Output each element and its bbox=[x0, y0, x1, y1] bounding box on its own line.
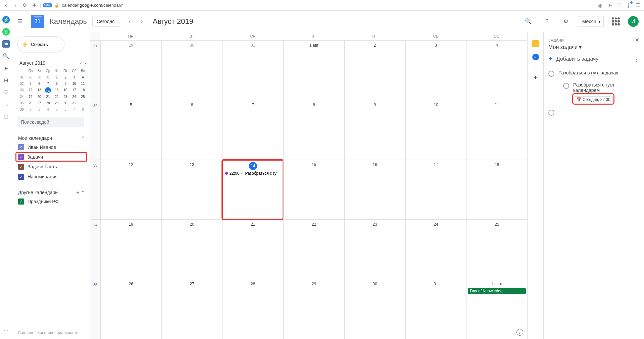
extensions-icon[interactable]: ⊞ bbox=[31, 2, 38, 9]
day-cell[interactable]: 16 bbox=[344, 160, 405, 219]
mini-day[interactable]: 1 bbox=[79, 100, 87, 106]
day-number[interactable]: 11 bbox=[495, 103, 499, 107]
mini-day[interactable]: 6 bbox=[61, 106, 70, 113]
tasks-icon[interactable]: ✓ bbox=[532, 54, 539, 60]
day-cell[interactable]: 21 bbox=[222, 220, 283, 279]
today-button[interactable]: Сегодня bbox=[92, 16, 119, 27]
mini-day[interactable]: 8 bbox=[52, 80, 61, 87]
mini-day[interactable]: 16 bbox=[61, 87, 70, 94]
mini-day[interactable]: 15 bbox=[52, 87, 61, 94]
reload-button[interactable]: ⟳ bbox=[21, 2, 28, 9]
mini-day[interactable]: 2 bbox=[61, 74, 70, 80]
plane-icon[interactable]: ➤ bbox=[2, 64, 10, 72]
mini-day[interactable]: 14 bbox=[45, 87, 51, 93]
day-number[interactable]: 5 bbox=[130, 103, 132, 107]
day-cell[interactable]: 19 bbox=[100, 220, 161, 279]
day-cell[interactable]: 29 bbox=[283, 279, 344, 339]
calendar-item[interactable]: ✓Иван Иванов bbox=[17, 142, 87, 152]
day-cell[interactable]: 4 bbox=[466, 41, 527, 100]
mini-prev-button[interactable]: ‹ bbox=[80, 60, 82, 66]
bookmark-icon[interactable]: ▭ bbox=[2, 101, 10, 108]
send-icon[interactable]: ➤ bbox=[606, 2, 613, 9]
day-cell[interactable]: 23 bbox=[344, 220, 405, 279]
mini-day[interactable]: 23 bbox=[61, 94, 70, 100]
menu-icon[interactable]: ☰ bbox=[635, 2, 641, 9]
day-cell[interactable]: 10 bbox=[405, 100, 466, 160]
day-cell[interactable]: 1 авг bbox=[283, 41, 344, 100]
day-number[interactable]: 31 bbox=[251, 43, 255, 48]
task-date-chip[interactable]: 📅Сегодня, 22:00 bbox=[574, 96, 613, 103]
day-cell[interactable]: 15 bbox=[283, 160, 344, 219]
mini-day[interactable]: 7 bbox=[44, 80, 52, 87]
footer-links[interactable]: Условия – Конфиденциальность bbox=[17, 330, 87, 335]
mini-day[interactable]: 2 bbox=[26, 106, 35, 113]
day-cell[interactable]: 13 bbox=[161, 160, 222, 219]
heart-icon[interactable]: ♡ bbox=[616, 2, 623, 9]
help-icon[interactable]: ? bbox=[540, 15, 554, 28]
my-calendars-toggle[interactable]: Мои календари ⌃ bbox=[17, 134, 87, 142]
mini-day[interactable]: 8 bbox=[79, 106, 87, 113]
mini-day[interactable]: 25 bbox=[79, 94, 87, 100]
day-number[interactable]: 16 bbox=[373, 162, 377, 167]
day-cell[interactable]: 29 bbox=[100, 41, 161, 100]
day-cell[interactable]: 9 bbox=[344, 100, 405, 160]
day-number[interactable]: 1 авг bbox=[309, 43, 318, 48]
mini-day[interactable]: 11 bbox=[79, 80, 87, 87]
create-button[interactable]: + Создать bbox=[17, 36, 64, 52]
whatsapp-icon[interactable]: ✆ bbox=[2, 28, 10, 36]
forward-button[interactable]: › bbox=[12, 2, 19, 9]
day-number[interactable]: 18 bbox=[495, 162, 499, 167]
back-button[interactable]: ‹ bbox=[3, 2, 9, 9]
day-number[interactable]: 6 bbox=[191, 103, 193, 107]
day-number[interactable]: 8 bbox=[313, 103, 315, 107]
camera-icon[interactable]: ◉ bbox=[597, 2, 604, 9]
day-number[interactable]: 3 bbox=[435, 43, 437, 48]
task-item[interactable] bbox=[548, 106, 639, 118]
mini-day[interactable]: 30 bbox=[61, 100, 70, 106]
day-cell[interactable]: 28 bbox=[222, 279, 283, 339]
mini-day[interactable]: 5 bbox=[26, 80, 35, 87]
day-number[interactable]: 7 bbox=[252, 103, 254, 107]
day-cell[interactable]: 31 bbox=[222, 41, 283, 100]
day-cell[interactable]: 26 bbox=[100, 279, 161, 339]
day-cell[interactable]: 31 bbox=[405, 279, 466, 339]
messenger-icon[interactable]: ⚡ bbox=[2, 16, 10, 23]
mini-day[interactable]: 19 bbox=[26, 94, 35, 100]
day-cell[interactable]: 6 bbox=[161, 100, 222, 160]
day-number[interactable]: 29 bbox=[129, 43, 133, 48]
day-cell[interactable]: 27 bbox=[161, 279, 222, 339]
day-number[interactable]: 9 bbox=[374, 103, 376, 107]
calendar-item[interactable]: ✓Задачи bbox=[15, 152, 87, 162]
mini-day[interactable]: 4 bbox=[79, 74, 87, 80]
task-complete-button[interactable] bbox=[548, 110, 554, 116]
day-number[interactable]: 20 bbox=[190, 222, 194, 227]
task-item[interactable]: Разобраться в гугл задачах bbox=[548, 67, 639, 79]
add-addon-button[interactable]: + bbox=[532, 74, 539, 81]
mini-day[interactable]: 30 bbox=[35, 74, 44, 80]
mini-day[interactable]: 17 bbox=[70, 87, 79, 94]
mini-day[interactable]: 20 bbox=[35, 94, 44, 100]
day-cell[interactable]: 5 bbox=[100, 100, 161, 160]
mini-day[interactable]: 28 bbox=[44, 100, 52, 106]
mini-day[interactable]: 12 bbox=[26, 87, 35, 94]
add-task-button[interactable]: + Добавить задачу ⋮ bbox=[548, 50, 639, 67]
day-cell[interactable]: 20 bbox=[161, 220, 222, 279]
day-number[interactable]: 23 bbox=[373, 222, 377, 227]
day-cell[interactable]: 24 bbox=[405, 220, 466, 279]
mini-day[interactable]: 10 bbox=[70, 80, 79, 87]
url-bar[interactable]: calendar.google.com/calendar/r bbox=[62, 3, 123, 8]
mini-day[interactable]: 13 bbox=[35, 87, 44, 94]
settings-icon[interactable]: ⚙ bbox=[559, 15, 573, 28]
tasks-list-selector[interactable]: Мои задачи ▾ bbox=[548, 44, 639, 50]
mini-day[interactable]: 9 bbox=[61, 80, 70, 87]
day-cell[interactable]: 1422:00✓Разобраться с гу bbox=[222, 160, 283, 219]
add-calendar-button[interactable]: + bbox=[77, 190, 79, 195]
mini-day[interactable]: 1 bbox=[52, 74, 61, 80]
day-cell[interactable]: 18 bbox=[466, 160, 527, 219]
day-number[interactable]: 29 bbox=[312, 282, 316, 286]
calendar-item[interactable]: ✓Задачи блять bbox=[17, 162, 87, 172]
more-icon[interactable]: ⋯ bbox=[2, 326, 10, 334]
hamburger-icon[interactable]: ☰ bbox=[17, 18, 26, 24]
day-number[interactable]: 15 bbox=[312, 162, 316, 167]
day-number[interactable]: 28 bbox=[251, 282, 255, 286]
